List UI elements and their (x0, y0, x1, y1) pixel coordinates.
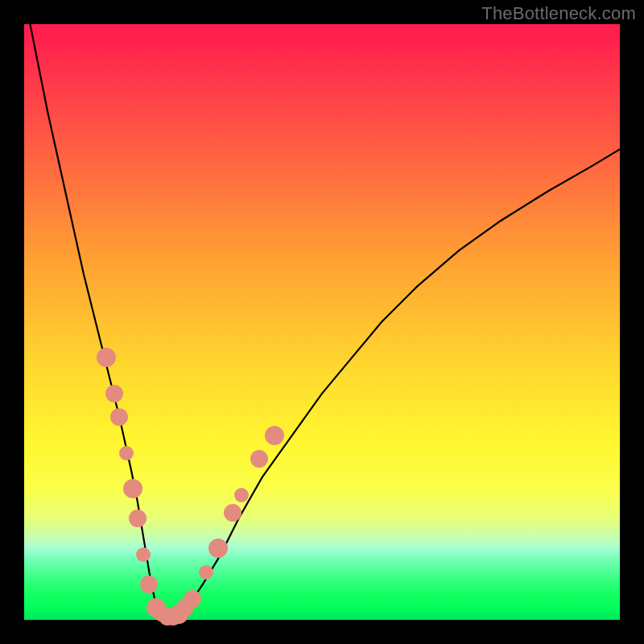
plot-area (24, 24, 620, 620)
highlight-point (208, 539, 228, 558)
curve-layer (24, 24, 620, 620)
highlight-point (250, 450, 268, 468)
chart-frame: TheBottleneck.com (0, 0, 644, 644)
highlight-point (199, 565, 213, 580)
highlight-point (136, 547, 151, 562)
highlight-point (110, 408, 128, 426)
highlight-point (123, 479, 142, 498)
highlight-point (119, 446, 134, 460)
highlight-point (129, 510, 147, 527)
highlight-point (265, 426, 284, 445)
highlight-point (97, 348, 116, 367)
highlight-point (234, 488, 249, 502)
highlight-point (224, 504, 242, 522)
highlight-point (140, 576, 158, 593)
highlight-point (105, 385, 123, 402)
highlight-point (184, 590, 201, 608)
bottleneck-curve (24, 0, 620, 620)
watermark-text: TheBottleneck.com (481, 3, 636, 24)
